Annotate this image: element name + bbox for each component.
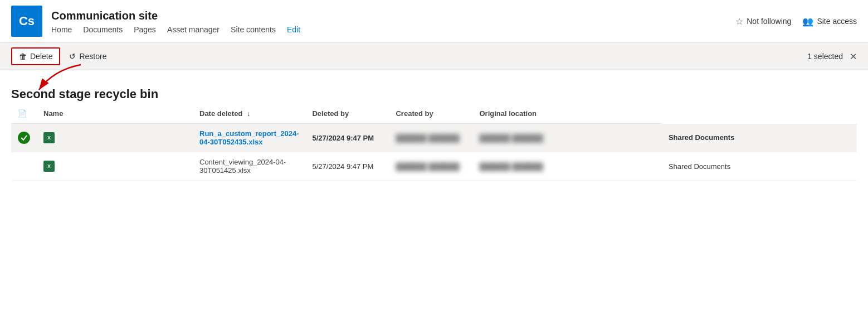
sort-down-icon: ↓	[247, 109, 251, 118]
delete-label: Delete	[30, 52, 52, 61]
site-info: Communication site Home Documents Pages …	[51, 8, 300, 34]
selected-count: 1 selected	[807, 52, 843, 61]
row-deleted-by-cell: ██████ ██████	[389, 152, 472, 181]
col-header-name[interactable]: Name	[37, 104, 193, 124]
close-icon[interactable]: ✕	[850, 51, 857, 62]
row-created-by-cell: ██████ ██████	[472, 124, 661, 152]
col-header-created-by: Created by	[389, 104, 472, 124]
delete-button[interactable]: 🗑 Delete	[11, 47, 60, 65]
not-following-label: Not following	[747, 17, 791, 26]
row-created-by-cell: ██████ ██████	[472, 152, 661, 181]
header-left: Cs Communication site Home Documents Pag…	[11, 6, 300, 37]
col-header-date-deleted[interactable]: Date deleted ↓	[193, 104, 305, 124]
nav-edit[interactable]: Edit	[287, 25, 300, 34]
people-icon: 👥	[802, 16, 813, 27]
table-row[interactable]: XContent_viewing_2024-04-30T051425.xlsx5…	[11, 152, 857, 181]
nav-site-contents[interactable]: Site contents	[231, 25, 276, 34]
row-file-icon-cell: X	[37, 152, 193, 181]
file-name[interactable]: Content_viewing_2024-04-30T051425.xlsx	[199, 158, 286, 175]
col-header-deleted-by: Deleted by	[305, 104, 389, 124]
created-by-value: ██████ ██████	[479, 162, 543, 171]
row-location-cell: Shared Documents	[662, 124, 857, 152]
site-nav: Home Documents Pages Asset manager Site …	[51, 25, 300, 34]
restore-icon: ↺	[69, 52, 76, 61]
nav-asset-manager[interactable]: Asset manager	[167, 25, 220, 34]
row-date-deleted-cell: 5/27/2024 9:47 PM	[305, 124, 389, 152]
row-check-cell	[11, 124, 37, 152]
toolbar-left: 🗑 Delete ↺ Restore	[11, 47, 114, 65]
not-following-button[interactable]: ☆ Not following	[735, 16, 791, 27]
deleted-by-value: ██████ ██████	[396, 134, 459, 142]
page-title: Second stage recycle bin	[11, 87, 158, 102]
site-title: Communication site	[51, 8, 300, 23]
row-deleted-by-cell: ██████ ██████	[389, 124, 472, 152]
restore-label: Restore	[79, 52, 106, 61]
row-location-cell: Shared Documents	[662, 152, 857, 181]
star-icon: ☆	[735, 16, 743, 27]
recycle-bin-table: 📄 Name Date deleted ↓ Deleted by Created…	[0, 104, 868, 181]
site-access-label: Site access	[817, 17, 857, 26]
created-by-value: ██████ ██████	[479, 134, 543, 142]
row-name-cell[interactable]: Content_viewing_2024-04-30T051425.xlsx	[193, 152, 305, 181]
excel-icon: X	[43, 161, 55, 172]
row-check-cell	[11, 152, 37, 181]
file-name-link[interactable]: Run_a_custom_report_2024-04-30T052435.xl…	[199, 129, 299, 146]
col-header-original-location: Original location	[472, 104, 661, 124]
row-date-deleted-cell: 5/27/2024 9:47 PM	[305, 152, 389, 181]
nav-pages[interactable]: Pages	[134, 25, 156, 34]
restore-button[interactable]: ↺ Restore	[62, 49, 113, 64]
file-doc-icon: 📄	[18, 109, 27, 118]
nav-documents[interactable]: Documents	[83, 25, 123, 34]
header-right: ☆ Not following 👥 Site access	[735, 16, 857, 27]
excel-icon: X	[43, 132, 55, 143]
col-header-check: 📄	[11, 104, 37, 124]
nav-home[interactable]: Home	[51, 25, 72, 34]
action-toolbar: 🗑 Delete ↺ Restore 1 selected ✕	[0, 43, 868, 70]
annotation-area: Second stage recycle bin	[0, 70, 868, 104]
row-name-cell[interactable]: Run_a_custom_report_2024-04-30T052435.xl…	[193, 124, 305, 152]
trash-icon: 🗑	[19, 52, 27, 61]
table-row[interactable]: XRun_a_custom_report_2024-04-30T052435.x…	[11, 124, 857, 152]
toolbar-right: 1 selected ✕	[807, 51, 857, 62]
row-file-icon-cell: X	[37, 124, 193, 152]
check-selected-icon	[18, 132, 30, 144]
site-logo: Cs	[11, 6, 42, 37]
site-header: Cs Communication site Home Documents Pag…	[0, 0, 868, 43]
site-access-button[interactable]: 👥 Site access	[802, 16, 857, 27]
deleted-by-value: ██████ ██████	[396, 162, 459, 171]
